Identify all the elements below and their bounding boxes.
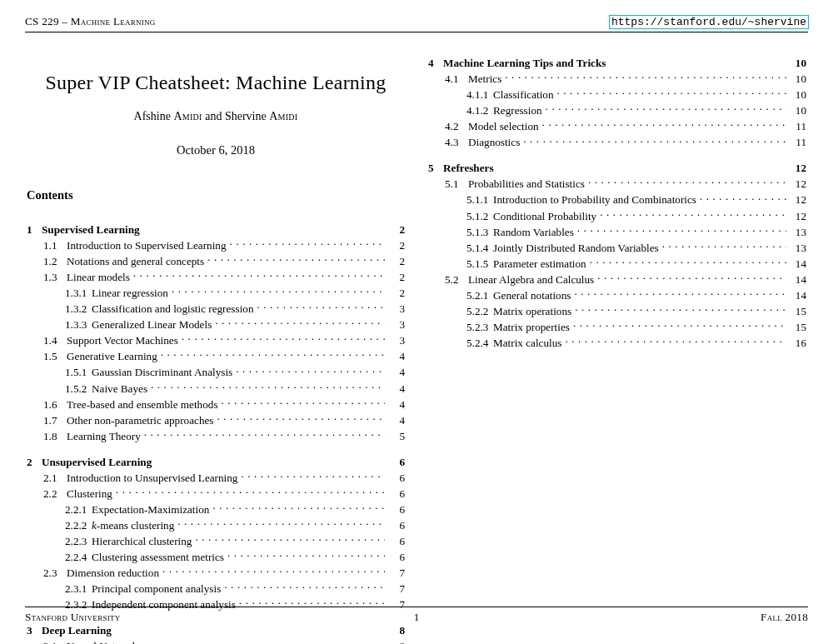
toc-entry-title: Generalized Linear Models	[92, 318, 213, 332]
toc-chapter-num: 4	[428, 57, 443, 71]
toc-dots	[161, 566, 385, 577]
toc-subsection[interactable]: 2.2.3Hierarchical clustering6	[27, 534, 405, 549]
page-title: Super VIP Cheatsheet: Machine Learning	[27, 70, 405, 96]
toc-entry-num: 1.5.1	[27, 366, 92, 380]
toc-entry-title: Matrix calculus	[493, 337, 563, 351]
toc-subsection[interactable]: 1.3.1Linear regression2	[27, 286, 405, 301]
toc-subsection[interactable]: 4.1.2Regression10	[428, 103, 806, 118]
toc-entry-page: 6	[385, 519, 405, 533]
toc-entry-title: Random Variables	[493, 226, 576, 240]
toc-subsection[interactable]: 1.5.2Naive Bayes4	[27, 381, 405, 396]
toc-dots	[143, 639, 385, 644]
toc-entry-num: 4.1	[428, 72, 468, 87]
toc-section[interactable]: 4.2Model selection11	[428, 119, 806, 134]
toc-entry-num: 2.2.1	[27, 503, 92, 517]
toc-section[interactable]: 2.2Clustering6	[27, 487, 405, 502]
toc-entry-title: k-means clustering	[92, 519, 176, 533]
toc-entry-page: 4	[385, 398, 405, 412]
toc-entry-title: Model selection	[468, 120, 541, 134]
toc-subsection[interactable]: 2.2.1Expectation-Maximization6	[27, 502, 405, 517]
toc-subsection[interactable]: 5.2.3Matrix properties15	[428, 320, 806, 335]
toc-subsection[interactable]: 5.2.2Matrix operations15	[428, 304, 806, 319]
toc-section[interactable]: 1.7Other non-parametric approaches4	[27, 412, 405, 427]
toc-section[interactable]: 2.3Dimension reduction7	[27, 566, 405, 581]
column-right: 4Machine Learning Tips and Tricks104.1Me…	[428, 50, 806, 594]
toc-chapter[interactable]: 1Supervised Learning2	[27, 223, 405, 237]
toc-section[interactable]: 5.2Linear Algebra and Calculus14	[428, 272, 806, 287]
toc-chapter[interactable]: 3Deep Learning8	[27, 624, 405, 638]
toc-entry-title: Support Vector Machines	[67, 334, 180, 348]
toc-entry-page: 10	[786, 72, 806, 87]
footer-bar: Stanford University 1 Fall 2018	[25, 607, 808, 626]
toc-section[interactable]: 3.1Neural Networks8	[27, 639, 405, 644]
toc-entry-page: 2	[385, 287, 405, 301]
toc-subsection[interactable]: 5.1.3Random Variables13	[428, 224, 806, 239]
toc-chapter[interactable]: 2Unsupervised Learning6	[27, 456, 405, 470]
toc-entry-title: Clustering assessment metrics	[92, 551, 226, 565]
toc-chapter-title: Unsupervised Learning	[42, 456, 152, 470]
authors-line: Afshine Amidi and Shervine Amidi	[27, 109, 405, 124]
toc-chapter-title: Machine Learning Tips and Tricks	[443, 57, 606, 71]
toc-subsection[interactable]: 1.5.1Gaussian Discriminant Analysis4	[27, 365, 405, 380]
toc-subsection[interactable]: 4.1.1Classification10	[428, 87, 806, 102]
toc-section[interactable]: 1.2Notations and general concepts2	[27, 254, 405, 269]
toc-section[interactable]: 1.3Linear models2	[27, 270, 405, 285]
toc-subsection[interactable]: 2.2.2k-means clustering6	[27, 518, 405, 533]
toc-chapter-num: 5	[428, 162, 443, 176]
toc-entry-num: 1.4	[27, 334, 67, 348]
toc-subsection[interactable]: 1.3.3Generalized Linear Models3	[27, 317, 405, 332]
authors-surname-1: Amidi	[173, 110, 202, 122]
footer-right: Fall 2018	[761, 611, 808, 625]
authors-first-name-1: Afshine	[134, 110, 174, 122]
toc-subsection[interactable]: 5.1.4Jointly Distributed Random Variable…	[428, 240, 806, 255]
toc-subsection[interactable]: 5.1.5Parameter estimation14	[428, 257, 806, 272]
toc-chapter[interactable]: 5Refreshers12	[428, 162, 806, 176]
toc-entry-num: 5.1	[428, 177, 468, 192]
toc-subsection[interactable]: 5.1.2Conditional Probability12	[428, 208, 806, 223]
toc-entry-title: Conditional Probability	[493, 210, 598, 224]
toc-entry-page: 14	[786, 289, 806, 303]
toc-section[interactable]: 1.4Support Vector Machines3	[27, 333, 405, 348]
toc-section[interactable]: 1.8Learning Theory5	[27, 429, 405, 444]
toc-entry-title: Matrix properties	[493, 321, 571, 335]
toc-entry-num: 2.3.1	[27, 582, 92, 597]
toc-subsection[interactable]: 5.2.4Matrix calculus16	[428, 336, 806, 351]
toc-dots	[563, 336, 786, 347]
toc-section[interactable]: 1.6Tree-based and ensemble methods4	[27, 397, 405, 412]
header-link[interactable]: https://stanford.edu/~shervine	[610, 15, 808, 30]
toc-section[interactable]: 1.5Generative Learning4	[27, 349, 405, 364]
authors-mid: and Shervine	[202, 110, 269, 122]
header-bar: CS 229 – Machine Learning https://stanfo…	[25, 15, 808, 32]
toc-section[interactable]: 2.1Introduction to Unsupervised Learning…	[27, 471, 405, 486]
toc-chapter[interactable]: 4Machine Learning Tips and Tricks10	[428, 57, 806, 71]
toc-entry-num: 5.1.4	[428, 242, 493, 256]
toc-section[interactable]: 5.1Probabilities and Statistics12	[428, 177, 806, 192]
toc-entry-page: 5	[385, 430, 405, 444]
toc-entry-page: 12	[786, 177, 806, 192]
toc-subsection[interactable]: 2.3.1Principal component analysis7	[27, 582, 405, 597]
toc-section[interactable]: 4.3Diagnostics11	[428, 135, 806, 150]
header-url[interactable]: https://stanford.edu/~shervine	[610, 16, 808, 28]
toc-subsection[interactable]: 2.2.4Clustering assessment metrics6	[27, 550, 405, 565]
page-sheet: CS 229 – Machine Learning https://stanfo…	[0, 0, 833, 644]
toc-dots	[521, 135, 786, 146]
toc-subsection[interactable]: 5.2.1General notations14	[428, 288, 806, 303]
toc-entry-title: Notations and general concepts	[67, 255, 206, 269]
toc-section[interactable]: 1.1Introduction to Supervised Learning2	[27, 238, 405, 253]
toc-entry-num: 5.2.3	[428, 321, 493, 335]
toc-entry-title: Linear models	[67, 271, 132, 285]
toc-entry-title: Generative Learning	[67, 350, 159, 364]
toc-dots	[159, 349, 385, 360]
toc-entry-page: 4	[385, 350, 405, 364]
toc-subsection[interactable]: 5.1.1Introduction to Probability and Com…	[428, 192, 806, 207]
toc-section[interactable]: 4.1Metrics10	[428, 72, 806, 87]
toc-subsection[interactable]: 1.3.2Classification and logistic regress…	[27, 302, 405, 317]
toc-entry-page: 4	[385, 382, 405, 397]
toc-entry-title: Linear regression	[92, 287, 170, 301]
toc-chapter-num: 1	[27, 223, 42, 237]
contents-heading: Contents	[27, 187, 405, 203]
toc-entry-page: 10	[786, 104, 806, 118]
toc-dots	[176, 518, 385, 529]
toc-entry-title: Principal component analysis	[92, 582, 222, 597]
toc-entry-num: 5.2	[428, 273, 468, 287]
